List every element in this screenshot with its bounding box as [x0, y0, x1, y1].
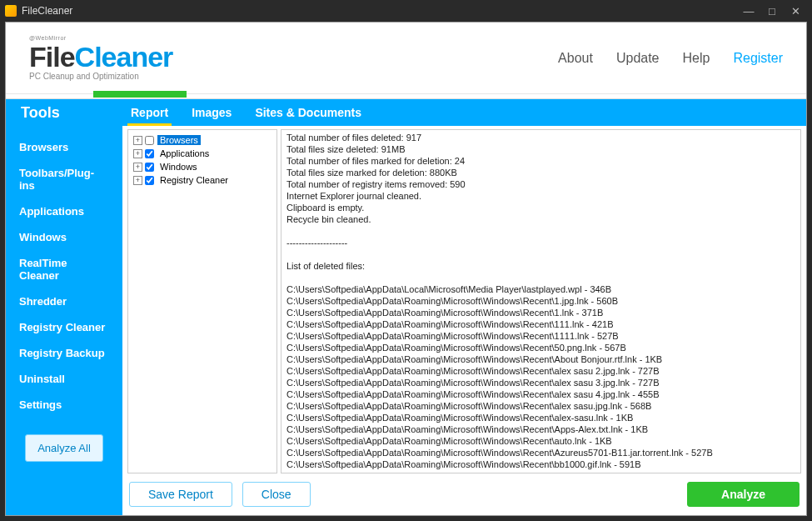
nav-update[interactable]: Update	[616, 51, 660, 66]
header: @WebMirror FileCleaner PC Cleanup and Op…	[6, 23, 806, 94]
report-line: C:\Users\Softpedia\AppData\Roaming\Micro…	[286, 307, 795, 318]
report-line: Total number of files marked for deletio…	[286, 155, 795, 167]
sidebar-item-settings[interactable]: Settings	[6, 392, 122, 418]
titlebar: FileCleaner — □ ✕	[0, 0, 812, 22]
logo: @WebMirror FileCleaner PC Cleanup and Op…	[29, 35, 172, 81]
report-line: C:\Users\Softpedia\AppData\Roaming\Micro…	[286, 447, 795, 458]
nav-register[interactable]: Register	[733, 51, 783, 66]
report-line: C:\Users\Softpedia\AppData\Roaming\Micro…	[286, 435, 795, 447]
report-line: C:\Users\Softpedia\AppData\Roaming\Micro…	[286, 318, 795, 330]
report-line: --------------------	[286, 237, 795, 248]
report-line: C:\Users\Softpedia\AppData\Roaming\Micro…	[286, 412, 795, 423]
app-icon	[5, 5, 17, 17]
report-line: C:\Users\Softpedia\AppData\Roaming\Micro…	[286, 388, 795, 400]
tree-checkbox[interactable]	[145, 163, 154, 172]
expand-icon[interactable]: +	[133, 163, 142, 172]
report-line: C:\Users\Softpedia\AppData\Roaming\Micro…	[286, 330, 795, 342]
report-line: C:\Users\Softpedia\AppData\Roaming\Micro…	[286, 353, 795, 365]
sidebar-item-browsers[interactable]: Browsers	[6, 134, 122, 160]
window-title: FileCleaner	[22, 5, 737, 17]
tree-label: Browsers	[157, 135, 201, 145]
sidebar-item-applications[interactable]: Applications	[6, 198, 122, 224]
tree-node-browsers[interactable]: +Browsers	[130, 133, 275, 147]
sidebar-item-windows[interactable]: Windows	[6, 224, 122, 250]
close-button[interactable]: Close	[242, 482, 311, 507]
sidebar: BrowsersToolbars/Plug-insApplicationsWin…	[6, 126, 122, 515]
sidebar-item-registry-cleaner[interactable]: Registry Cleaner	[6, 314, 122, 340]
logo-part-file: File	[29, 41, 75, 73]
logo-part-cleaner: Cleaner	[75, 41, 173, 73]
report-line: C:\Users\Softpedia\AppData\Roaming\Micro…	[286, 377, 795, 388]
tree-node-registry-cleaner[interactable]: +Registry Cleaner	[130, 173, 275, 187]
analyze-all-button[interactable]: Analyze All	[25, 434, 103, 462]
report-panel: Total number of files deleted: 917Total …	[281, 129, 801, 473]
expand-icon[interactable]: +	[133, 176, 142, 185]
tree-node-windows[interactable]: +Windows	[130, 160, 275, 173]
report-line: Total files size marked for deletion: 88…	[286, 167, 795, 178]
report-line: C:\Users\Softpedia\AppData\Local\Microso…	[286, 283, 795, 295]
report-line: Internet Explorer journal cleaned.	[286, 190, 795, 202]
report-line: C:\Users\Softpedia\AppData\Roaming\Micro…	[286, 365, 795, 377]
report-line: C:\Users\Softpedia\AppData\Roaming\Micro…	[286, 423, 795, 435]
logo-subtitle: PC Cleanup and Optimization	[29, 72, 172, 81]
tree-label: Registry Cleaner	[157, 175, 231, 185]
report-line: C:\Users\Softpedia\AppData\Roaming\Micro…	[286, 458, 795, 470]
tools-header: Tools	[21, 104, 119, 122]
tree-label: Applications	[157, 148, 212, 158]
report-text[interactable]: Total number of files deleted: 917Total …	[281, 130, 800, 473]
report-line: C:\Users\Softpedia\AppData\Roaming\Micro…	[286, 400, 795, 412]
tree-label: Windows	[157, 162, 200, 172]
report-line: C:\Users\Softpedia\AppData\Roaming\Micro…	[286, 342, 795, 353]
sidebar-item-registry-backup[interactable]: Registry Backup	[6, 340, 122, 366]
tree-checkbox[interactable]	[145, 149, 154, 158]
logo-overline: @WebMirror	[29, 35, 172, 41]
report-line: C:\Users\Softpedia\AppData\Roaming\Micro…	[286, 295, 795, 307]
sidebar-item-realtime-cleaner[interactable]: RealTime Cleaner	[6, 250, 122, 288]
report-line: Total files size deleted: 91MB	[286, 143, 795, 155]
tab-images[interactable]: Images	[180, 99, 243, 126]
report-line	[286, 248, 795, 260]
report-line: Total number of files deleted: 917	[286, 132, 795, 143]
bottom-bar: Save Report Close Analyze	[127, 473, 801, 510]
sidebar-item-shredder[interactable]: Shredder	[6, 288, 122, 314]
tree-checkbox[interactable]	[145, 176, 154, 185]
report-line	[286, 225, 795, 237]
tab-report[interactable]: Report	[119, 99, 180, 126]
maximize-button[interactable]: □	[760, 5, 784, 18]
nav-help[interactable]: Help	[683, 51, 710, 66]
expand-icon[interactable]: +	[133, 149, 142, 158]
tab-sites[interactable]: Sites & Documents	[243, 99, 373, 126]
expand-icon[interactable]: +	[133, 136, 142, 145]
report-line: Total number of registry items removed: …	[286, 178, 795, 190]
category-tree[interactable]: +Browsers+Applications+Windows+Registry …	[127, 129, 277, 473]
minimize-button[interactable]: —	[737, 5, 760, 18]
report-line	[286, 272, 795, 283]
close-window-button[interactable]: ✕	[784, 5, 807, 18]
tree-node-applications[interactable]: +Applications	[130, 147, 275, 160]
report-line: List of deleted files:	[286, 260, 795, 272]
save-report-button[interactable]: Save Report	[129, 482, 232, 507]
tab-bar: Tools ReportImagesSites & Documents	[6, 99, 806, 126]
sidebar-item-uninstall[interactable]: Uninstall	[6, 366, 122, 392]
report-line: Recycle bin cleaned.	[286, 213, 795, 225]
report-line: Clipboard is empty.	[286, 202, 795, 213]
sidebar-item-toolbars-plug-ins[interactable]: Toolbars/Plug-ins	[6, 160, 122, 198]
tree-checkbox[interactable]	[145, 136, 154, 145]
nav-about[interactable]: About	[558, 51, 593, 66]
analyze-button[interactable]: Analyze	[687, 482, 800, 507]
